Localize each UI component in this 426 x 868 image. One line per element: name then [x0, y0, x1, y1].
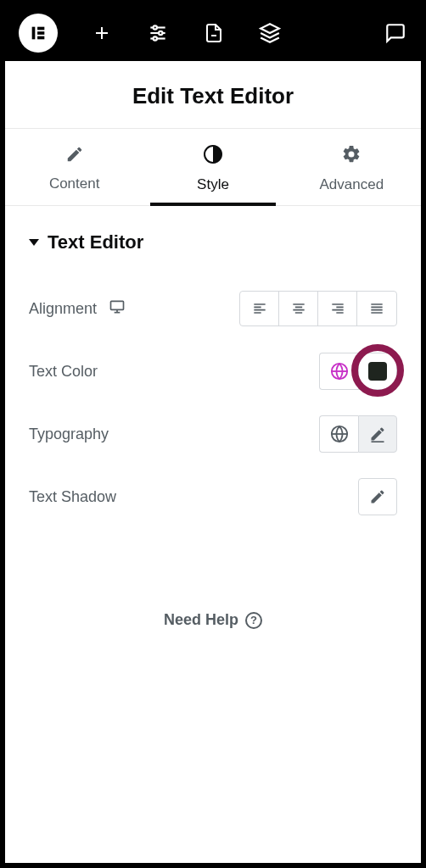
- svg-rect-15: [111, 301, 124, 309]
- tab-label: Advanced: [320, 176, 384, 193]
- help-label: Need Help: [164, 611, 238, 629]
- color-swatch: [368, 362, 387, 381]
- help-icon: ?: [245, 612, 262, 629]
- svg-rect-1: [37, 27, 44, 31]
- globe-icon: [330, 425, 349, 443]
- document-button[interactable]: [202, 21, 226, 45]
- pencil-icon: [65, 145, 84, 167]
- panel-header: Edit Text Editor: [5, 61, 421, 129]
- color-swatch-button[interactable]: [358, 353, 397, 390]
- tab-advanced[interactable]: Advanced: [283, 129, 421, 205]
- layers-button[interactable]: [258, 21, 282, 45]
- page-title: Edit Text Editor: [5, 83, 421, 109]
- tab-content[interactable]: Content: [5, 129, 143, 205]
- add-element-button[interactable]: [90, 21, 114, 45]
- half-circle-icon: [203, 144, 223, 168]
- globe-icon: [330, 362, 349, 381]
- settings-sliders-button[interactable]: [146, 21, 170, 45]
- svg-point-7: [154, 25, 157, 29]
- control-label: Typography: [29, 426, 109, 443]
- global-color-button[interactable]: [319, 353, 358, 390]
- gear-icon: [341, 144, 362, 168]
- elementor-logo-icon: [29, 24, 48, 42]
- tab-label: Style: [197, 176, 229, 193]
- svg-rect-0: [32, 27, 36, 40]
- caret-down-icon: [29, 239, 39, 246]
- typography-control: Typography: [29, 413, 397, 455]
- pencil-icon: [369, 488, 386, 505]
- text-shadow-control: Text Shadow: [29, 476, 397, 518]
- tabs: Content Style Advanced: [5, 129, 421, 206]
- text-color-control: Text Color: [29, 350, 397, 392]
- control-label: Alignment: [29, 300, 97, 318]
- align-left-button[interactable]: [240, 292, 279, 326]
- svg-point-11: [154, 36, 157, 40]
- svg-rect-3: [37, 36, 44, 40]
- align-justify-button[interactable]: [357, 292, 396, 326]
- section-title: Text Editor: [48, 231, 143, 253]
- editor-panel: Edit Text Editor Content Style Advanced …: [5, 5, 421, 863]
- alignment-buttons: [239, 291, 397, 326]
- alignment-control: Alignment: [29, 287, 397, 330]
- content-area: Text Editor Alignment Text Color: [5, 206, 421, 863]
- topbar: [5, 5, 421, 61]
- svg-marker-13: [261, 24, 279, 33]
- edit-text-shadow-button[interactable]: [358, 478, 397, 515]
- pencil-underline-icon: [369, 426, 386, 442]
- align-center-button[interactable]: [279, 292, 318, 326]
- section-toggle[interactable]: Text Editor: [29, 231, 397, 253]
- need-help-link[interactable]: Need Help ?: [29, 611, 397, 629]
- svg-point-9: [159, 31, 162, 35]
- desktop-icon[interactable]: [109, 298, 126, 320]
- tab-style[interactable]: Style: [143, 129, 282, 205]
- align-right-button[interactable]: [318, 292, 357, 326]
- elementor-logo[interactable]: [19, 14, 58, 53]
- global-typography-button[interactable]: [319, 415, 358, 453]
- comment-button[interactable]: [384, 21, 407, 45]
- control-label: Text Color: [29, 363, 98, 381]
- tab-label: Content: [49, 175, 100, 192]
- edit-typography-button[interactable]: [358, 415, 397, 453]
- svg-rect-2: [37, 31, 44, 35]
- svg-rect-38: [372, 441, 384, 442]
- control-label: Text Shadow: [29, 488, 116, 506]
